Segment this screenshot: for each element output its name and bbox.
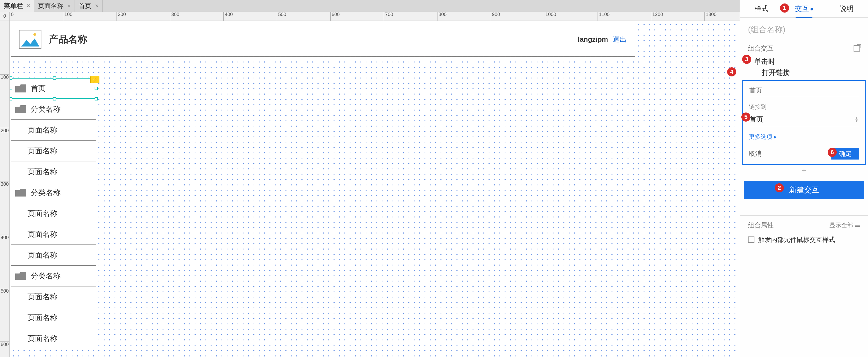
properties-section-header: 组合属性 显示全部 (740, 219, 868, 232)
show-all-toggle[interactable]: 显示全部 (830, 221, 860, 229)
tab-menubar[interactable]: 菜单栏 × (0, 0, 34, 12)
sidebar-menu: 首页分类名称页面名称页面名称页面名称分类名称页面名称页面名称页面名称分类名称页面… (11, 78, 96, 349)
close-icon[interactable]: × (95, 2, 99, 9)
action-openlink[interactable]: 4 打开链接 (740, 68, 868, 80)
menu-item-label: 页面名称 (28, 250, 58, 260)
callout-5: 5 (741, 112, 750, 122)
canvas-area: 菜单栏 × 页面名称 × 首页 × 0 01002003004005006007… (0, 0, 740, 357)
menu-item-category[interactable]: 分类名称 (11, 182, 96, 203)
menu-item-page[interactable]: 页面名称 (11, 140, 96, 161)
callout-6: 6 (828, 148, 837, 157)
select-arrows-icon: ▲▼ (855, 117, 859, 122)
product-title: 产品名称 (49, 33, 87, 46)
trigger-inner-checkbox-row[interactable]: 触发内部元件鼠标交互样式 (740, 232, 868, 248)
menu-item-label: 页面名称 (28, 229, 58, 239)
tab-style[interactable]: 样式 (740, 4, 783, 13)
panel-tabs: 样式 1 交互 说明 (740, 0, 868, 18)
linkto-label: 链接到 (749, 103, 859, 111)
linkto-select[interactable]: 5 首页 ▲▼ (749, 112, 859, 127)
tab-pagename[interactable]: 页面名称 × (34, 0, 75, 12)
menu-item-label: 页面名称 (28, 146, 58, 156)
menu-item-page[interactable]: 页面名称 (11, 328, 96, 349)
cancel-button[interactable]: 取消 (749, 150, 762, 158)
more-options-link[interactable]: 更多选项 ▸ (749, 133, 859, 141)
close-icon[interactable]: × (67, 2, 71, 9)
callout-1: 1 (780, 3, 789, 12)
close-icon[interactable]: × (27, 2, 30, 9)
folder-icon (15, 189, 26, 197)
username-label: langzipm (578, 35, 608, 43)
tab-label: 页面名称 (38, 2, 64, 10)
tab-home[interactable]: 首页 × (75, 0, 103, 12)
menu-item-label: 页面名称 (28, 125, 58, 135)
checkbox-icon[interactable] (748, 236, 754, 243)
folder-icon (15, 272, 26, 280)
menu-item-label: 页面名称 (28, 208, 58, 219)
target-input[interactable] (749, 84, 859, 97)
folder-icon (15, 105, 26, 113)
header-widget[interactable]: 产品名称 langzipm 退出 (11, 22, 635, 57)
new-interaction-button[interactable]: 2 新建交互 (744, 181, 864, 199)
menu-item-page[interactable]: 页面名称 (11, 287, 96, 307)
ruler-origin[interactable]: 0 (0, 12, 10, 21)
menu-item-label: 分类名称 (31, 188, 61, 198)
tab-notes[interactable]: 说明 (825, 4, 868, 13)
event-onclick[interactable]: 3 单击时 (740, 55, 868, 68)
ruler-vertical[interactable]: 100200300400500600 (0, 21, 10, 357)
dot-grid (10, 21, 740, 357)
dot-indicator-icon (810, 8, 813, 10)
widget-name-input[interactable]: (组合名称) (740, 18, 868, 41)
add-action-plus[interactable]: + (740, 165, 868, 178)
logout-link[interactable]: 退出 (613, 35, 627, 44)
tab-label: 首页 (79, 2, 91, 10)
menu-item-label: 页面名称 (28, 333, 58, 344)
menu-item-page[interactable]: 页面名称 (11, 161, 96, 182)
menu-item-page[interactable]: 页面名称 (11, 203, 96, 224)
menu-item-page[interactable]: 页面名称 (11, 120, 96, 140)
menu-item-label: 页面名称 (28, 292, 58, 302)
list-icon (855, 224, 860, 227)
menu-item-label: 页面名称 (28, 313, 58, 323)
canvas[interactable]: 产品名称 langzipm 退出 首页分类名称页面名称页面名称页面名称分类名称页… (10, 21, 740, 357)
callout-4: 4 (727, 67, 736, 76)
folder-icon (15, 85, 26, 93)
popout-icon[interactable] (854, 45, 860, 52)
tab-label: 菜单栏 (4, 2, 23, 10)
menu-item-page[interactable]: 页面名称 (11, 307, 96, 328)
menu-item-category[interactable]: 分类名称 (11, 266, 96, 287)
menu-item-label: 首页 (31, 84, 46, 94)
document-tabs: 菜单栏 × 页面名称 × 首页 × (0, 0, 740, 12)
menu-item-label: 页面名称 (28, 167, 58, 177)
inspector-panel: 样式 1 交互 说明 (组合名称) 组合交互 3 单击时 4 打开链接 链接到 … (740, 0, 868, 357)
callout-3: 3 (742, 55, 751, 64)
ok-button[interactable]: 6 确定 (831, 148, 859, 160)
menu-item-page[interactable]: 页面名称 (11, 224, 96, 245)
menu-item-category[interactable]: 分类名称 (11, 99, 96, 120)
action-config-box: 链接到 5 首页 ▲▼ 更多选项 ▸ 取消 6 确定 (742, 80, 866, 165)
callout-2: 2 (775, 183, 784, 192)
menu-item-page[interactable]: 页面名称 (11, 245, 96, 266)
interactions-section-header: 组合交互 (740, 41, 868, 55)
menu-item-label: 分类名称 (31, 271, 61, 281)
ruler-horizontal[interactable]: 0100200300400500600700800900100011001200… (10, 12, 740, 21)
tab-interactions[interactable]: 1 交互 (783, 4, 826, 13)
menu-item-label: 分类名称 (31, 104, 61, 115)
menu-item-home[interactable]: 首页 (11, 78, 96, 99)
image-placeholder-icon (19, 30, 41, 48)
